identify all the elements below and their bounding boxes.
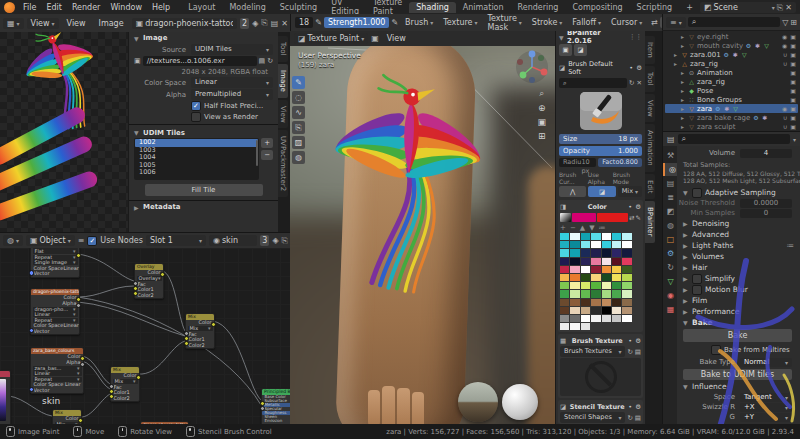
modifiers-properties-tab[interactable]: ⚙ [663, 247, 678, 260]
palette-swatch-7-4[interactable] [602, 299, 611, 306]
new-image-icon[interactable]: ⎘ [261, 18, 267, 28]
palette-add-icon[interactable]: + [560, 224, 566, 232]
paint-menu-brush[interactable]: Brush▾ [400, 18, 438, 27]
palette-swatch-7-6[interactable] [622, 299, 631, 306]
palette-swatch-1-2[interactable] [591, 241, 600, 248]
udim-tile-1006[interactable]: 1006 [135, 169, 258, 177]
expand-arrow-icon[interactable]: ▸ [679, 33, 686, 40]
list-icon[interactable]: ≡ [78, 236, 85, 245]
sidebar-tab-tool[interactable]: Tool [278, 36, 288, 62]
mode-dropdown[interactable]: ◪Texture Paint▾ [294, 33, 368, 44]
expand-arrow-icon[interactable]: ▸ [679, 87, 686, 94]
palette-swatch-3-3[interactable] [622, 258, 631, 265]
outliner-row-zara-001[interactable]: ▸▽zara.001⚙✱▽∪▣ [665, 50, 798, 59]
panel-arrow[interactable]: ▼ [134, 129, 140, 136]
size-slider[interactable]: Size18 px [559, 134, 642, 144]
panel-arrow[interactable]: ▼ [134, 35, 140, 42]
image-path-field[interactable]: //textures...o.1006.exr [143, 56, 257, 66]
brush-mode-dropdown[interactable]: Mix▾ [618, 186, 642, 197]
palette-swatch-8-3[interactable] [602, 307, 611, 314]
image-datablock[interactable]: ▣ dragon-phoenix-tattoo [132, 18, 237, 29]
expand-arrow-icon[interactable]: ▸ [679, 42, 686, 49]
close-icon[interactable]: ✕ [785, 2, 792, 13]
workspace-tab-scripting[interactable]: Scripting [630, 2, 680, 13]
paint-menu-stroke[interactable]: Stroke▾ [527, 18, 568, 27]
render-visibility-icon[interactable]: ▣ [790, 123, 796, 130]
material-properties-tab[interactable]: ◉ [663, 289, 678, 302]
outliner-row-Pose[interactable]: ▸◆Pose▣ [665, 86, 798, 95]
dot-icon[interactable]: • [629, 64, 633, 72]
render-visibility-icon[interactable]: ▣ [790, 60, 796, 67]
primary-color-swatch[interactable] [572, 213, 596, 222]
render-visibility-icon[interactable]: ▣ [790, 69, 796, 76]
node-image-texture-colours[interactable]: zara_base_colours Color Alpha zara_bas..… [30, 347, 84, 394]
expand-arrow-icon[interactable]: ▸ [679, 96, 686, 103]
palette-swatch-3-6[interactable] [581, 266, 590, 273]
outliner-row-zara[interactable]: ▸▽zara⚙✱▽◉▣ [665, 104, 798, 113]
alpha-dropdown[interactable]: Premultiplied▾ [191, 89, 273, 100]
sidebar-tab-edit[interactable]: Edit [645, 174, 655, 200]
render-visibility-icon[interactable]: ▣ [790, 78, 796, 85]
new-material-icon[interactable]: ⎘ [282, 236, 288, 246]
material-datablock[interactable]: ◉skin [209, 235, 257, 246]
material-users-button[interactable]: 3 [260, 235, 269, 246]
palette-swatch-8-2[interactable] [591, 307, 600, 314]
section-volumes[interactable]: ▶Volumes [677, 251, 800, 262]
palette-swatch-3-2[interactable] [612, 258, 621, 265]
swap-colors-icon[interactable]: ⇄ [629, 214, 634, 222]
zoom-icon[interactable]: ⌕ [537, 88, 546, 99]
section-light-paths[interactable]: ▶Light Paths≔ [677, 240, 800, 251]
node-image-texture[interactable]: Linear▾ Flat▾ Repeat▾ Single Image▾ Colo… [30, 248, 80, 278]
palette-swatch-1-1[interactable] [581, 241, 590, 248]
half-float-checkbox[interactable]: ✓ [191, 101, 201, 111]
render-visibility-icon[interactable]: ▣ [790, 42, 796, 49]
dot-icon[interactable]: • [628, 337, 632, 345]
palette-swatch-9-0[interactable] [581, 315, 590, 322]
palette-swatch-2-5[interactable] [560, 258, 569, 265]
paint-menu-texture[interactable]: Texture▾ [438, 18, 482, 27]
shader-node-canvas[interactable]: Linear▾ Flat▾ Repeat▾ Single Image▾ Colo… [0, 248, 290, 424]
palette-swatch-6-5[interactable] [602, 290, 611, 297]
brush-radius-field[interactable]: 18 px [295, 17, 313, 28]
open-image-icon[interactable]: ▤ [271, 19, 279, 28]
palette-swatch-0-2[interactable] [581, 233, 590, 240]
brush-curve-button[interactable]: ⋀ [559, 186, 586, 197]
hdri-preview-sphere[interactable] [458, 382, 498, 422]
section-motion-blur[interactable]: ▶Motion Blur [677, 284, 800, 295]
pressure-factor-field[interactable]: Facto0.800 [598, 158, 642, 167]
section-advanced[interactable]: ▶Advanced [677, 229, 800, 240]
panel-arrow[interactable]: ▼ [683, 383, 689, 390]
bake-type-dropdown[interactable]: Normal▾ [740, 358, 792, 367]
expand-arrow-icon[interactable]: ▸ [672, 51, 679, 58]
presets-icon[interactable]: ≔ [787, 241, 795, 250]
panel-arrow[interactable]: ▶ [683, 242, 689, 249]
colorspace-dropdown[interactable]: Linear▾ [191, 77, 273, 88]
palette-swatch-4-4[interactable] [570, 274, 579, 281]
palette-swatch-7-0[interactable] [560, 299, 569, 306]
editor-type-button[interactable]: ▦▾ [3, 18, 24, 29]
workspace-tab-rendering[interactable]: Rendering [511, 2, 566, 13]
palette-swatch-9-5[interactable] [560, 323, 569, 330]
render-visibility-icon[interactable]: ▣ [790, 105, 796, 112]
expand-arrow-icon[interactable]: ▸ [679, 69, 686, 76]
tool-draw-button[interactable]: ✎ [292, 76, 305, 89]
camera-view-icon[interactable]: ▣ [537, 117, 546, 127]
texture-properties-tab[interactable]: ▦ [663, 303, 678, 316]
fake-user-icon[interactable]: ◈ [252, 19, 258, 28]
palette-swatch-4-5[interactable] [581, 274, 590, 281]
palette-swatch-5-0[interactable] [612, 274, 621, 281]
swizzle-g-dropdown[interactable]: +Y▾ [740, 413, 792, 422]
image-users-button[interactable]: 2 [240, 18, 249, 29]
eyedropper-icon[interactable]: ✎ [636, 214, 641, 222]
fake-user-icon[interactable]: ◈ [272, 236, 278, 245]
palette-swatch-2-6[interactable] [570, 258, 579, 265]
motion-blur-checkbox[interactable] [692, 285, 702, 295]
palette-swatch-2-2[interactable] [602, 249, 611, 256]
expand-arrow-icon[interactable]: ▸ [679, 123, 686, 130]
palette-swatch-0-6[interactable] [622, 233, 631, 240]
opacity-slider[interactable]: Opacity1.000 [559, 146, 642, 156]
palette-swatch-6-1[interactable] [560, 290, 569, 297]
image-mode-dropdown[interactable]: View▾ [27, 18, 59, 29]
node-image-texture-tattoo[interactable]: dragon-phoenix-tattoo Color Alpha dragon… [30, 288, 80, 335]
panel-arrow[interactable]: ▶ [683, 231, 689, 238]
